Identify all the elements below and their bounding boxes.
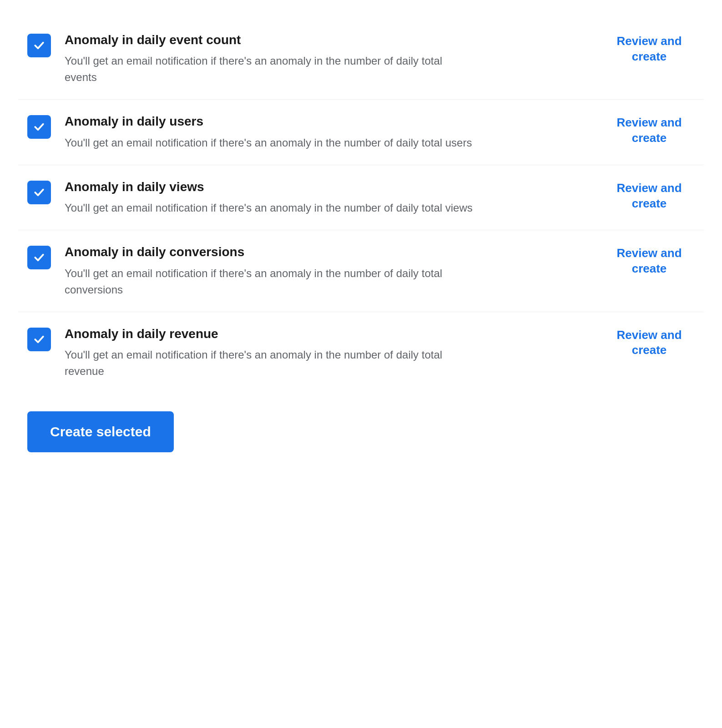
main-container: Anomaly in daily event count You'll get … xyxy=(0,9,722,470)
alerts-list: Anomaly in daily event count You'll get … xyxy=(18,18,704,393)
alert-title-daily-conversions: Anomaly in daily conversions xyxy=(65,244,590,260)
checkbox-daily-users[interactable] xyxy=(27,115,51,139)
alert-content-event-count: Anomaly in daily event count You'll get … xyxy=(65,32,590,86)
checkbox-daily-views[interactable] xyxy=(27,181,51,204)
alert-item-daily-users: Anomaly in daily users You'll get an ema… xyxy=(18,100,704,165)
bottom-section: Create selected xyxy=(18,393,704,461)
alert-description-daily-conversions: You'll get an email notification if ther… xyxy=(65,265,474,298)
checkbox-wrapper-daily-views xyxy=(27,181,51,204)
checkmark-icon xyxy=(32,120,46,134)
alert-title-daily-users: Anomaly in daily users xyxy=(65,113,590,130)
checkmark-icon xyxy=(32,251,46,264)
checkmark-icon xyxy=(32,39,46,52)
review-link-event-count[interactable]: Review and create xyxy=(604,32,695,65)
checkbox-wrapper-event-count xyxy=(27,34,51,57)
alert-title-daily-views: Anomaly in daily views xyxy=(65,179,590,195)
alert-item-event-count: Anomaly in daily event count You'll get … xyxy=(18,18,704,100)
review-link-daily-users[interactable]: Review and create xyxy=(604,113,695,146)
alert-title-daily-revenue: Anomaly in daily revenue xyxy=(65,326,590,342)
alert-item-daily-conversions: Anomaly in daily conversions You'll get … xyxy=(18,230,704,312)
checkmark-icon xyxy=(32,333,46,346)
review-link-daily-conversions[interactable]: Review and create xyxy=(604,244,695,277)
alert-content-daily-revenue: Anomaly in daily revenue You'll get an e… xyxy=(65,326,590,379)
checkbox-wrapper-daily-users xyxy=(27,115,51,139)
alert-item-daily-views: Anomaly in daily views You'll get an ema… xyxy=(18,165,704,230)
checkmark-icon xyxy=(32,186,46,199)
alert-description-daily-revenue: You'll get an email notification if ther… xyxy=(65,347,474,379)
alert-content-daily-views: Anomaly in daily views You'll get an ema… xyxy=(65,179,590,216)
alert-item-daily-revenue: Anomaly in daily revenue You'll get an e… xyxy=(18,312,704,393)
alert-description-daily-users: You'll get an email notification if ther… xyxy=(65,135,474,151)
alert-description-event-count: You'll get an email notification if ther… xyxy=(65,53,474,86)
alert-description-daily-views: You'll get an email notification if ther… xyxy=(65,200,474,216)
checkbox-wrapper-daily-revenue xyxy=(27,328,51,351)
checkbox-daily-revenue[interactable] xyxy=(27,328,51,351)
checkbox-event-count[interactable] xyxy=(27,34,51,57)
alert-title-event-count: Anomaly in daily event count xyxy=(65,32,590,48)
review-link-daily-views[interactable]: Review and create xyxy=(604,179,695,212)
checkbox-wrapper-daily-conversions xyxy=(27,246,51,269)
create-selected-button[interactable]: Create selected xyxy=(27,411,174,452)
alert-content-daily-users: Anomaly in daily users You'll get an ema… xyxy=(65,113,590,151)
alert-content-daily-conversions: Anomaly in daily conversions You'll get … xyxy=(65,244,590,298)
review-link-daily-revenue[interactable]: Review and create xyxy=(604,326,695,359)
checkbox-daily-conversions[interactable] xyxy=(27,246,51,269)
